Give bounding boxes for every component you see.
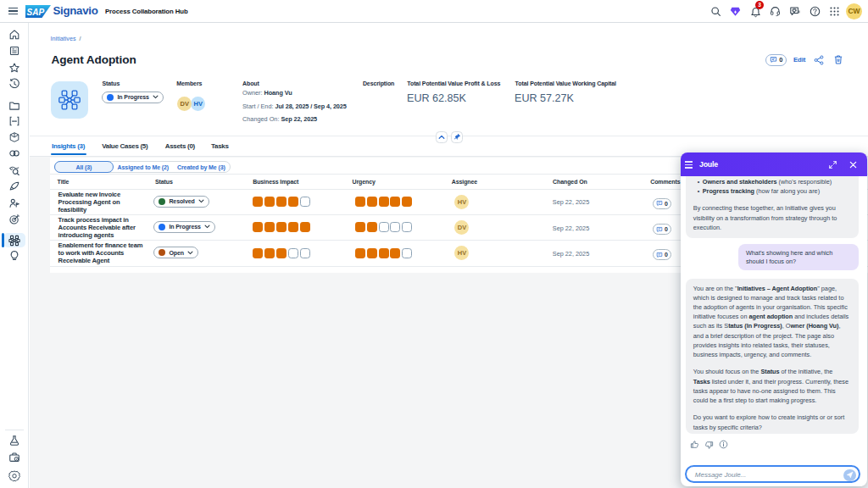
svg-text:SAP: SAP xyxy=(27,7,45,16)
